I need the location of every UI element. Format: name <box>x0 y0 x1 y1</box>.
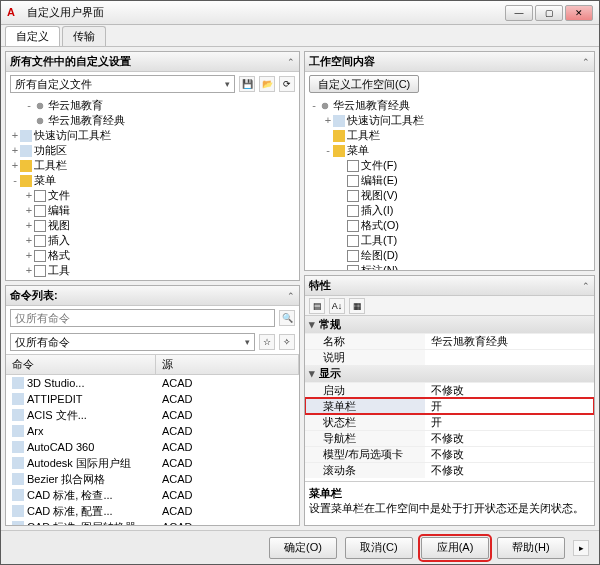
property-row[interactable]: 菜单栏开 <box>305 398 594 414</box>
property-row[interactable]: 状态栏开 <box>305 414 594 430</box>
tree-node[interactable]: 工具(T) <box>309 233 590 248</box>
categorized-icon[interactable]: ▤ <box>309 298 325 314</box>
expand-toggle[interactable]: + <box>10 143 20 158</box>
tree-node[interactable]: -华云旭教育 <box>10 98 295 113</box>
expand-toggle[interactable]: - <box>323 143 333 158</box>
command-row[interactable]: ATTIPEDITACAD <box>6 391 299 407</box>
tree-node[interactable]: +快速访问工具栏 <box>10 128 295 143</box>
new-icon[interactable]: ✧ <box>279 334 295 350</box>
expand-toggle[interactable]: + <box>24 248 34 263</box>
command-row[interactable]: ArxACAD <box>6 423 299 439</box>
command-row[interactable]: AutoCAD 360ACAD <box>6 439 299 455</box>
tree-node[interactable]: 华云旭教育经典 <box>10 113 295 128</box>
source-combo[interactable]: 所有自定义文件 <box>10 75 235 93</box>
expand-toggle[interactable]: + <box>323 113 333 128</box>
customize-workspace-button[interactable]: 自定义工作空间(C) <box>309 75 419 93</box>
tree-node[interactable]: 视图(V) <box>309 188 590 203</box>
tree-node[interactable]: 标注(N) <box>309 263 590 270</box>
tree-node[interactable]: +工具栏 <box>10 158 295 173</box>
command-row[interactable]: CAD 标准, 配置...ACAD <box>6 503 299 519</box>
command-row[interactable]: 3D Studio...ACAD <box>6 375 299 391</box>
tree-node[interactable]: +绘图 <box>10 278 295 280</box>
tree-node[interactable]: +快速访问工具栏 <box>309 113 590 128</box>
command-row[interactable]: Bezier 拟合网格ACAD <box>6 471 299 487</box>
property-row[interactable]: 导航栏不修改 <box>305 430 594 446</box>
tree-node[interactable]: +工具 <box>10 263 295 278</box>
expand-toggle[interactable]: + <box>24 203 34 218</box>
property-value[interactable]: 开 <box>425 415 594 430</box>
save-icon[interactable]: 💾 <box>239 76 255 92</box>
property-category[interactable]: ▾常规 <box>305 316 594 333</box>
property-row[interactable]: 模型/布局选项卡不修改 <box>305 446 594 462</box>
open-icon[interactable]: 📂 <box>259 76 275 92</box>
titlebar[interactable]: 自定义用户界面 — ▢ ✕ <box>1 1 599 25</box>
tree-node[interactable]: +文件 <box>10 188 295 203</box>
command-search-input[interactable] <box>10 309 275 327</box>
property-row[interactable]: 启动不修改 <box>305 382 594 398</box>
customizations-tree[interactable]: -华云旭教育 华云旭教育经典+快速访问工具栏+功能区+工具栏-菜单+文件+编辑+… <box>6 96 299 280</box>
command-list[interactable]: 3D Studio...ACADATTIPEDITACADACIS 文件...A… <box>6 375 299 525</box>
help-button[interactable]: 帮助(H) <box>497 537 565 559</box>
property-value[interactable]: 不修改 <box>425 383 594 398</box>
property-value[interactable]: 不修改 <box>425 447 594 462</box>
tree-node[interactable]: 绘图(D) <box>309 248 590 263</box>
tree-node[interactable]: 编辑(E) <box>309 173 590 188</box>
expand-toggle[interactable]: - <box>309 98 319 113</box>
workspace-tree[interactable]: -华云旭教育经典+快速访问工具栏 工具栏-菜单 文件(F) 编辑(E) 视图(V… <box>305 96 594 270</box>
close-button[interactable]: ✕ <box>565 5 593 21</box>
tree-node[interactable]: +视图 <box>10 218 295 233</box>
property-category[interactable]: ▾显示 <box>305 365 594 382</box>
expand-toggle[interactable]: + <box>24 218 34 233</box>
expand-toggle[interactable]: + <box>24 188 34 203</box>
collapse-icon[interactable]: ⌃ <box>287 291 295 301</box>
maximize-button[interactable]: ▢ <box>535 5 563 21</box>
tree-node[interactable]: +编辑 <box>10 203 295 218</box>
tree-node[interactable]: -菜单 <box>10 173 295 188</box>
apply-button[interactable]: 应用(A) <box>421 537 489 559</box>
tree-node[interactable]: +功能区 <box>10 143 295 158</box>
tree-node[interactable]: -菜单 <box>309 143 590 158</box>
command-row[interactable]: ACIS 文件...ACAD <box>6 407 299 423</box>
property-row[interactable]: 滚动条不修改 <box>305 462 594 478</box>
tree-node[interactable]: 格式(O) <box>309 218 590 233</box>
tab-transfer[interactable]: 传输 <box>62 26 106 46</box>
search-icon[interactable]: 🔍 <box>279 310 295 326</box>
star-icon[interactable]: ☆ <box>259 334 275 350</box>
property-value[interactable] <box>425 350 594 365</box>
expand-toggle[interactable]: + <box>24 278 34 280</box>
collapse-icon[interactable]: ⌃ <box>582 281 590 291</box>
expand-toggle[interactable]: + <box>24 263 34 278</box>
expand-toggle[interactable]: + <box>10 128 20 143</box>
cancel-button[interactable]: 取消(C) <box>345 537 413 559</box>
collapse-icon[interactable]: ⌃ <box>582 57 590 67</box>
sync-icon[interactable]: ⟳ <box>279 76 295 92</box>
properties-grid[interactable]: ▾常规名称华云旭教育经典说明▾显示启动不修改菜单栏开状态栏开导航栏不修改模型/布… <box>305 316 594 481</box>
filter-combo[interactable]: 仅所有命令 <box>10 333 255 351</box>
property-row[interactable]: 名称华云旭教育经典 <box>305 333 594 349</box>
property-value[interactable]: 不修改 <box>425 463 594 478</box>
ok-button[interactable]: 确定(O) <box>269 537 337 559</box>
expand-toggle[interactable]: + <box>10 158 20 173</box>
expand-toggle[interactable]: - <box>10 173 20 188</box>
prop-icon[interactable]: ▦ <box>349 298 365 314</box>
minimize-button[interactable]: — <box>505 5 533 21</box>
property-value[interactable]: 华云旭教育经典 <box>425 334 594 349</box>
command-row[interactable]: CAD 标准, 检查...ACAD <box>6 487 299 503</box>
property-value[interactable]: 不修改 <box>425 431 594 446</box>
alpha-icon[interactable]: A↓ <box>329 298 345 314</box>
tree-node[interactable]: +格式 <box>10 248 295 263</box>
tree-node[interactable]: 工具栏 <box>309 128 590 143</box>
tree-node[interactable]: 文件(F) <box>309 158 590 173</box>
tree-node[interactable]: -华云旭教育经典 <box>309 98 590 113</box>
property-row[interactable]: 说明 <box>305 349 594 365</box>
expand-toggle[interactable]: + <box>24 233 34 248</box>
tree-node[interactable]: 插入(I) <box>309 203 590 218</box>
expand-toggle[interactable]: - <box>24 98 34 113</box>
tab-customize[interactable]: 自定义 <box>5 26 60 46</box>
property-value[interactable]: 开 <box>425 399 594 414</box>
col-source[interactable]: 源 <box>156 355 299 374</box>
tree-node[interactable]: +插入 <box>10 233 295 248</box>
expand-icon[interactable]: ▸ <box>573 540 589 556</box>
col-command[interactable]: 命令 <box>6 355 156 374</box>
command-row[interactable]: CAD 标准, 图层转换器...ACAD <box>6 519 299 525</box>
